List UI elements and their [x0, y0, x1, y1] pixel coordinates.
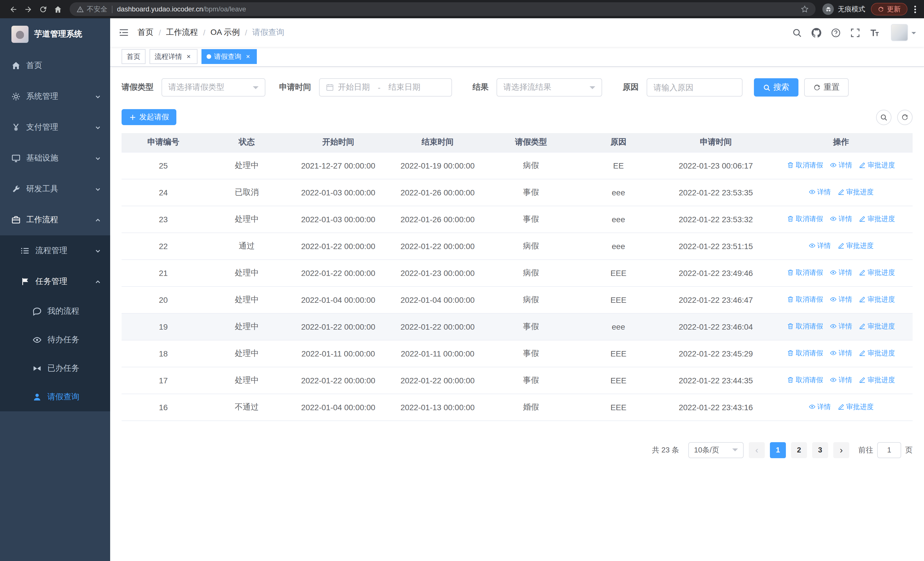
help-icon[interactable] [826, 18, 845, 47]
prev-page-button[interactable]: ‹ [749, 442, 765, 458]
action-cancel-leave[interactable]: 取消请假 [787, 295, 823, 304]
sidebar-item-todo-tasks[interactable]: 待办任务 [0, 326, 110, 354]
browser-forward-button[interactable] [21, 2, 35, 17]
table-row: 18处理中2022-01-11 00:00:002022-01-11 00:00… [122, 340, 913, 367]
sidebar-item-infra[interactable]: 基础设施 [0, 143, 110, 174]
cell-start: 2022-01-11 00:00:00 [288, 340, 388, 367]
action-detail[interactable]: 详情 [808, 402, 831, 412]
page-button-3[interactable]: 3 [812, 442, 828, 458]
sidebar-item-payment[interactable]: 支付管理 [0, 112, 110, 143]
url-path[interactable]: /bpm/oa/leave [203, 5, 246, 13]
action-approval-progress[interactable]: 审批进度 [837, 402, 873, 412]
action-approval-progress[interactable]: 审批进度 [859, 161, 895, 170]
browser-reload-button[interactable] [35, 2, 50, 17]
action-detail[interactable]: 详情 [830, 349, 852, 358]
sidebar-item-done-tasks[interactable]: 已办任务 [0, 354, 110, 383]
action-approval-progress[interactable]: 审批进度 [859, 349, 895, 358]
apply-time-range-picker[interactable]: 开始日期 - 结束日期 [319, 78, 452, 96]
cell-applied: 2022-01-22 23:53:32 [662, 206, 770, 233]
cell-applied: 2022-01-22 23:46:47 [662, 286, 770, 313]
action-detail[interactable]: 详情 [830, 322, 852, 331]
browser-update-button[interactable]: 更新 [871, 3, 908, 15]
action-detail[interactable]: 详情 [830, 375, 852, 385]
cell-start: 2021-12-27 00:00:00 [288, 152, 388, 179]
cell-actions: 详情审批进度 [770, 179, 913, 206]
cell-end: 2022-01-26 00:00:00 [388, 179, 487, 206]
browser-chrome-right: 无痕模式 更新 [820, 3, 918, 15]
action-approval-progress[interactable]: 审批进度 [859, 214, 895, 224]
fullscreen-icon[interactable] [845, 18, 865, 47]
tab-leave-query[interactable]: 请假查询× [201, 49, 257, 64]
cell-type: 病假 [488, 259, 575, 286]
breadcrumb-item[interactable]: 工作流程 [166, 27, 198, 38]
action-cancel-leave[interactable]: 取消请假 [787, 214, 823, 224]
reset-button[interactable]: 重置 [804, 78, 849, 96]
next-page-button[interactable]: › [833, 442, 849, 458]
action-approval-progress[interactable]: 审批进度 [837, 241, 873, 251]
create-leave-button[interactable]: 发起请假 [122, 109, 176, 125]
browser-back-button[interactable] [6, 2, 21, 17]
action-cancel-leave[interactable]: 取消请假 [787, 375, 823, 385]
sidebar-item-my-process[interactable]: 我的流程 [0, 297, 110, 326]
action-cancel-leave[interactable]: 取消请假 [787, 161, 823, 170]
page-button-2[interactable]: 2 [791, 442, 807, 458]
action-detail[interactable]: 详情 [830, 214, 852, 224]
action-approval-progress[interactable]: 审批进度 [859, 268, 895, 278]
trash-icon [787, 350, 794, 357]
user-avatar[interactable] [891, 24, 908, 41]
sidebar-item-workflow[interactable]: 工作流程 [0, 205, 110, 235]
sidebar-item-devtools[interactable]: 研发工具 [0, 174, 110, 205]
action-detail[interactable]: 详情 [808, 187, 831, 197]
reason-input[interactable] [654, 83, 736, 92]
cell-status: 处理中 [205, 340, 289, 367]
font-size-icon[interactable] [865, 18, 884, 47]
leave-type-select[interactable]: 请选择请假类型 [162, 78, 266, 96]
sidebar-item-process-mgmt[interactable]: 流程管理 [0, 235, 110, 266]
tab-home[interactable]: 首页 [122, 49, 146, 64]
cell-actions: 详情审批进度 [770, 394, 913, 420]
sidebar-item-system[interactable]: 系统管理 [0, 81, 110, 112]
browser-menu-icon[interactable] [912, 5, 918, 13]
action-detail[interactable]: 详情 [830, 161, 852, 170]
edit-icon [859, 350, 866, 357]
goto-page-input[interactable] [877, 442, 901, 458]
search-icon[interactable] [787, 18, 806, 47]
action-detail[interactable]: 详情 [830, 295, 852, 304]
breadcrumb-item[interactable]: 首页 [138, 27, 153, 38]
action-approval-progress[interactable]: 审批进度 [859, 295, 895, 304]
cell-reason: eee [575, 206, 662, 233]
action-detail[interactable]: 详情 [808, 241, 831, 251]
refresh-table-button[interactable] [897, 110, 913, 125]
github-icon[interactable] [806, 18, 826, 47]
start-date-placeholder[interactable]: 开始日期 [338, 82, 370, 93]
browser-home-button[interactable] [50, 2, 65, 17]
tab-process-detail[interactable]: 流程详情× [150, 49, 198, 64]
sidebar-item-leave-query[interactable]: 请假查询 [0, 383, 110, 411]
action-approval-progress[interactable]: 审批进度 [859, 322, 895, 331]
url-domain[interactable]: dashboard.yudao.iocoder.cn [117, 5, 203, 13]
address-bar[interactable]: 不安全 dashboard.yudao.iocoder.cn/bpm/oa/le… [70, 2, 816, 16]
sidebar-item-task-mgmt[interactable]: 任务管理 [0, 266, 110, 297]
toggle-search-button[interactable] [876, 110, 891, 125]
avatar-caret-down-icon[interactable] [912, 32, 916, 36]
end-date-placeholder[interactable]: 结束日期 [388, 82, 420, 93]
bookmark-star-icon[interactable] [801, 5, 809, 13]
result-select[interactable]: 请选择流结果 [496, 78, 602, 96]
page-size-select[interactable]: 10条/页 [688, 442, 744, 458]
action-cancel-leave[interactable]: 取消请假 [787, 268, 823, 278]
app-logo[interactable]: 芋道管理系统 [0, 18, 110, 50]
action-cancel-leave[interactable]: 取消请假 [787, 349, 823, 358]
sidebar-item-home[interactable]: 首页 [0, 50, 110, 81]
action-cancel-leave[interactable]: 取消请假 [787, 322, 823, 331]
security-warning-label[interactable]: 不安全 [87, 4, 107, 14]
close-icon[interactable]: × [244, 53, 252, 60]
search-button[interactable]: 搜索 [754, 78, 798, 96]
close-icon[interactable]: × [185, 53, 192, 60]
sidebar-collapse-icon[interactable] [110, 27, 138, 38]
action-detail[interactable]: 详情 [830, 268, 852, 278]
action-approval-progress[interactable]: 审批进度 [837, 187, 873, 197]
page-button-1[interactable]: 1 [770, 442, 786, 458]
cell-actions: 取消请假详情审批进度 [770, 313, 913, 340]
breadcrumb-item[interactable]: OA 示例 [211, 27, 240, 38]
action-approval-progress[interactable]: 审批进度 [859, 375, 895, 385]
